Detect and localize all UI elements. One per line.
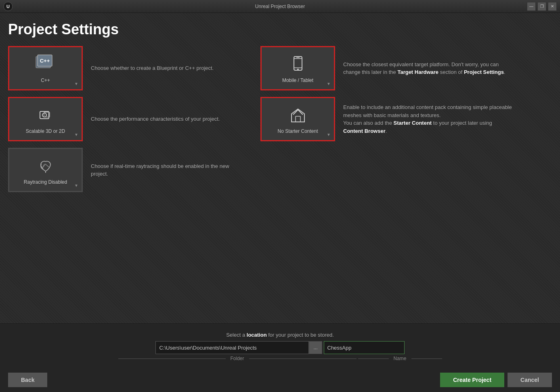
scalable-card[interactable]: Scalable 3D or 2D ▼ <box>8 97 83 141</box>
folder-browse-button[interactable]: ... <box>309 341 322 354</box>
starter-label: No Starter Content <box>277 128 318 134</box>
scalable-dropdown-icon: ▼ <box>74 132 78 137</box>
scalable-label: Scalable 3D or 2D <box>26 128 65 134</box>
cancel-button[interactable]: Cancel <box>508 373 552 387</box>
folder-label: Folder <box>226 356 249 361</box>
raytracing-icon <box>34 155 57 178</box>
mobile-icon <box>287 53 309 76</box>
title-bar-left: U <box>3 2 13 11</box>
name-divider-right <box>411 358 442 359</box>
settings-columns: C++ C++ ▼ Choose whether to create a Blu… <box>8 46 552 323</box>
cpp-setting-row: C++ C++ ▼ Choose whether to create a Blu… <box>8 46 244 90</box>
location-bold: location <box>247 332 267 338</box>
mobile-label: Mobile / Tablet <box>282 78 313 83</box>
back-button[interactable]: Back <box>8 373 47 387</box>
name-divider-left <box>358 358 389 359</box>
starter-desc: Enable to include an additional content … <box>343 103 513 135</box>
starter-dropdown-icon: ▼ <box>327 132 331 137</box>
left-column: C++ C++ ▼ Choose whether to create a Blu… <box>8 46 244 323</box>
location-row: ... <box>8 341 552 354</box>
name-label-section: Name <box>358 356 442 361</box>
raytracing-desc: Choose if real-time raytracing should be… <box>91 162 244 178</box>
main-content: Project Settings C++ C++ ▼ Choos <box>0 13 560 392</box>
cpp-dropdown-icon: ▼ <box>74 82 78 86</box>
close-button[interactable]: ✕ <box>548 2 557 11</box>
svg-point-6 <box>42 113 46 117</box>
action-buttons: Back Create Project Cancel <box>0 368 560 392</box>
cpp-card[interactable]: C++ C++ ▼ <box>8 46 83 90</box>
cpp-desc: Choose whether to create a Blueprint or … <box>91 64 214 72</box>
name-label: Name <box>389 356 411 361</box>
starter-card[interactable]: No Starter Content ▼ <box>260 97 335 141</box>
svg-rect-15 <box>296 116 300 122</box>
mobile-desc: Choose the closest equivalent target pla… <box>343 61 513 76</box>
minimize-button[interactable]: — <box>527 2 536 11</box>
project-name-input[interactable] <box>324 341 405 354</box>
page-title: Project Settings <box>8 21 552 38</box>
cpp-label: C++ <box>41 78 50 83</box>
mobile-card[interactable]: Mobile / Tablet ▼ <box>260 46 335 90</box>
title-bar-controls: — ❐ ✕ <box>527 2 557 11</box>
location-label: Select a location for your project to be… <box>8 332 552 338</box>
cpp-icon: C++ <box>34 53 57 76</box>
svg-point-12 <box>297 69 299 70</box>
folder-name-labels: Folder Name <box>8 356 552 361</box>
title-bar-title: Unreal Project Browser <box>255 4 305 9</box>
svg-marker-14 <box>292 109 304 122</box>
content-icon <box>287 104 309 127</box>
ue-logo-icon: U <box>3 2 13 11</box>
raytracing-card[interactable]: Raytracing Disabled ▼ <box>8 148 83 192</box>
folder-divider-left <box>118 358 226 359</box>
title-bar: U Unreal Project Browser — ❐ ✕ <box>0 0 560 13</box>
scalable-setting-row: Scalable 3D or 2D ▼ Choose the performan… <box>8 97 244 141</box>
raytracing-setting-row: Raytracing Disabled ▼ Choose if real-tim… <box>8 148 244 192</box>
raytracing-dropdown-icon: ▼ <box>74 183 78 188</box>
create-project-button[interactable]: Create Project <box>440 373 504 387</box>
mobile-setting-row: Mobile / Tablet ▼ Choose the closest equ… <box>260 46 513 90</box>
right-column: Mobile / Tablet ▼ Choose the closest equ… <box>244 46 513 323</box>
maximize-button[interactable]: ❐ <box>537 2 546 11</box>
folder-divider-right <box>249 358 357 359</box>
mobile-dropdown-icon: ▼ <box>327 82 331 86</box>
scalable-icon <box>34 104 57 127</box>
raytracing-label: Raytracing Disabled <box>24 179 67 185</box>
folder-input[interactable] <box>155 341 309 354</box>
bottom-section: Select a location for your project to be… <box>0 323 560 392</box>
scalable-desc: Choose the performance characteristics o… <box>91 115 220 123</box>
right-buttons: Create Project Cancel <box>440 373 552 387</box>
svg-text:U: U <box>6 4 10 9</box>
folder-label-section: Folder <box>118 356 357 361</box>
starter-setting-row: No Starter Content ▼ Enable to include a… <box>260 97 513 141</box>
svg-text:C++: C++ <box>40 58 50 64</box>
